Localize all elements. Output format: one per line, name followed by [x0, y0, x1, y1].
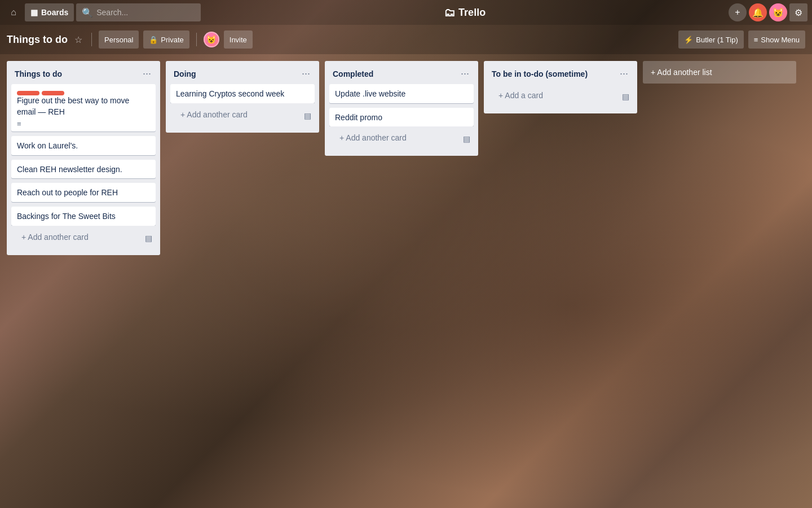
card-bottom-icons: ≡ — [17, 120, 150, 128]
card-title: Backings for The Sweet Bits — [17, 212, 116, 221]
cards-container: Figure out the best way to move email — … — [7, 84, 160, 226]
settings-button[interactable]: ⚙ — [789, 3, 807, 21]
card-item[interactable]: Learning Cryptos second week ✎ — [170, 84, 315, 103]
list-menu-button[interactable]: ··· — [298, 67, 314, 81]
card-item[interactable]: Figure out the best way to move email — … — [11, 84, 156, 132]
visibility-button[interactable]: 🔒 Private — [143, 30, 189, 49]
butler-button[interactable]: ⚡ Butler (1 Tip) — [678, 30, 743, 49]
board-title[interactable]: Things to do — [7, 34, 68, 46]
search-input[interactable] — [96, 8, 195, 17]
nav-center: 🗂 Trello — [203, 6, 726, 19]
list-menu-button[interactable]: ··· — [457, 67, 473, 81]
list-title: Completed — [333, 69, 457, 78]
invite-button[interactable]: Invite — [224, 30, 253, 49]
board-header-right: ⚡ Butler (1 Tip) ≡ Show Menu — [678, 30, 805, 49]
card-item[interactable]: Backings for The Sweet Bits ✎ — [11, 207, 156, 226]
butler-label: Butler (1 Tip) — [696, 36, 738, 44]
card-item[interactable]: Reach out to people for REH ✎ — [11, 183, 156, 202]
card-title: Learning Cryptos second week — [176, 89, 284, 98]
add-card-button[interactable]: + Add a card — [493, 86, 614, 104]
workspace-button[interactable]: Personal — [99, 30, 139, 49]
list-title: To be in to-do (sometime) — [492, 69, 616, 78]
boards-icon: ▦ — [30, 8, 38, 17]
cards-container: Learning Cryptos second week ✎ — [166, 84, 319, 103]
template-button[interactable]: ▤ — [301, 109, 315, 122]
card-label — [17, 91, 39, 95]
list-sometime: To be in to-do (sometime) ··· + Add a ca… — [484, 61, 637, 113]
list-completed: Completed ··· Update .live website ✎ Red… — [325, 61, 478, 156]
card-title: Clean REH newsletter design. — [17, 165, 122, 174]
cards-container: Update .live website ✎ Reddit promo ✎ — [325, 84, 478, 126]
list-menu-button[interactable]: ··· — [616, 67, 632, 81]
card-item[interactable]: Work on Laurel's. ✎ — [11, 136, 156, 155]
card-label — [42, 91, 64, 95]
template-button[interactable]: ▤ — [460, 132, 474, 146]
list-title: Things to do — [15, 69, 139, 78]
board-header: Things to do ☆ Personal 🔒 Private 😺 Invi… — [0, 25, 812, 54]
search-bar[interactable]: 🔍 — [76, 3, 201, 21]
template-button[interactable]: ▤ — [619, 90, 633, 103]
card-title: Work on Laurel's. — [17, 141, 78, 150]
member-avatar[interactable]: 😺 — [204, 32, 219, 47]
butler-icon: ⚡ — [684, 36, 693, 44]
lock-icon: 🔒 — [149, 36, 158, 44]
trello-logo: 🗂 Trello — [444, 6, 486, 19]
add-card-button[interactable]: + Add another card — [334, 129, 455, 147]
avatar[interactable]: 😺 — [769, 3, 787, 21]
visibility-label: Private — [161, 36, 183, 44]
invite-label: Invite — [230, 36, 247, 44]
add-list-button[interactable]: + Add another list — [643, 61, 796, 84]
boards-label: Boards — [41, 8, 68, 17]
search-icon: 🔍 — [82, 7, 93, 18]
list-menu-button[interactable]: ··· — [139, 67, 155, 81]
board-content: Things to do ··· Figure out the best way… — [0, 54, 812, 508]
nav-right: + 🔔 😺 ⚙ — [729, 3, 807, 21]
card-labels — [17, 91, 150, 95]
separator2 — [196, 33, 197, 46]
show-menu-label: Show Menu — [761, 36, 800, 44]
card-item[interactable]: Update .live website ✎ — [329, 84, 474, 103]
show-menu-icon: ≡ — [754, 36, 758, 44]
separator — [91, 33, 92, 46]
card-item[interactable]: Reddit promo ✎ — [329, 108, 474, 127]
description-icon: ≡ — [17, 120, 21, 128]
card-title: Reach out to people for REH — [17, 188, 118, 197]
star-button[interactable]: ☆ — [72, 32, 85, 47]
list-title: Doing — [174, 69, 298, 78]
add-button[interactable]: + — [729, 3, 747, 21]
notification-button[interactable]: 🔔 — [749, 3, 767, 21]
card-title: Figure out the best way to move email — … — [17, 96, 129, 116]
workspace-label: Personal — [104, 36, 133, 44]
add-list-label: + Add another list — [651, 68, 712, 77]
add-card-button[interactable]: + Add another card — [16, 228, 137, 246]
list-todo: Things to do ··· Figure out the best way… — [7, 61, 160, 255]
list-doing: Doing ··· Learning Cryptos second week ✎… — [166, 61, 319, 133]
top-navigation: ⌂ ▦ Boards 🔍 🗂 Trello + 🔔 😺 ⚙ — [0, 0, 812, 25]
app-name: Trello — [458, 7, 486, 19]
trello-logo-icon: 🗂 — [444, 6, 455, 19]
card-item[interactable]: Clean REH newsletter design. ✎ — [11, 160, 156, 179]
boards-button[interactable]: ▦ Boards — [25, 3, 74, 21]
template-button[interactable]: ▤ — [142, 231, 156, 245]
card-title: Reddit promo — [335, 113, 382, 122]
add-card-button[interactable]: + Add another card — [175, 106, 296, 124]
card-title: Update .live website — [335, 89, 405, 98]
home-button[interactable]: ⌂ — [5, 3, 23, 21]
show-menu-button[interactable]: ≡ Show Menu — [748, 30, 805, 49]
